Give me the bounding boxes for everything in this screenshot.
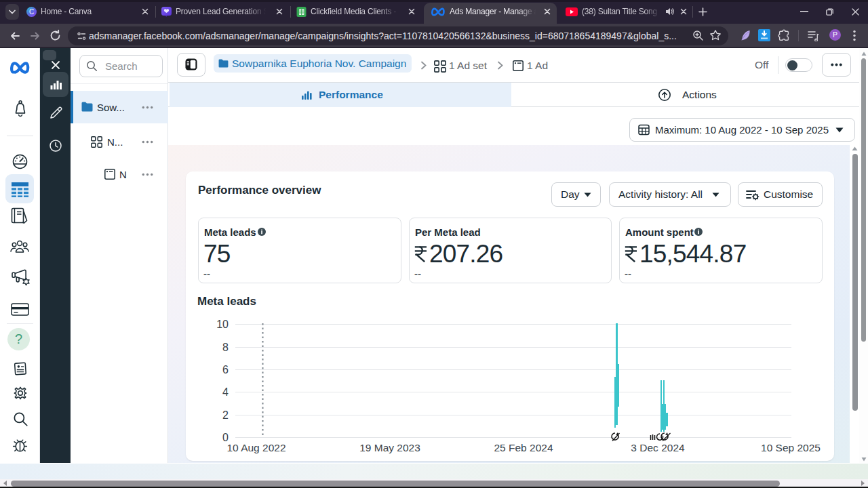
svg-text:C: C <box>29 8 34 16</box>
